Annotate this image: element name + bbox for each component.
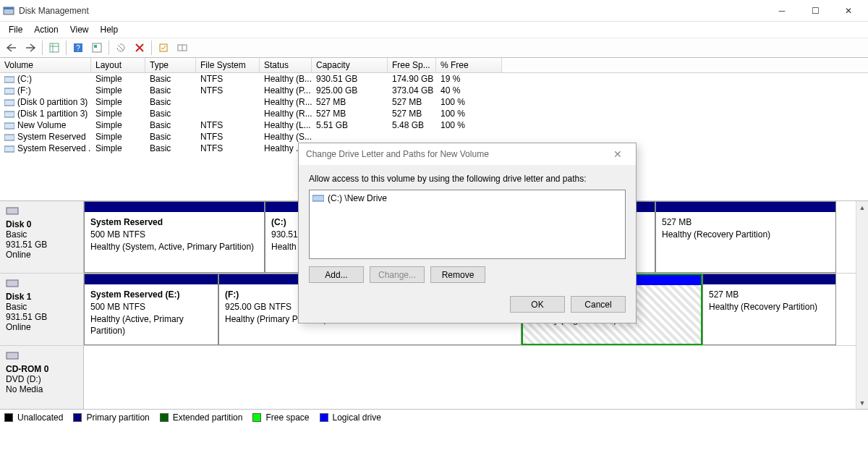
drive-paths-listbox[interactable]: (C:) \New Drive	[309, 190, 626, 259]
column-pctfree[interactable]: % Free	[436, 58, 502, 72]
legend: UnallocatedPrimary partitionExtended par…	[0, 409, 868, 425]
table-row[interactable]: (Disk 1 partition 3) SimpleBasic Healthy…	[0, 108, 868, 119]
svg-rect-8	[94, 45, 97, 48]
svg-rect-21	[7, 352, 18, 359]
delete-button[interactable]	[131, 39, 148, 56]
column-capacity[interactable]: Capacity	[312, 58, 388, 72]
table-row[interactable]: New Volume SimpleBasicNTFS Healthy (L...…	[0, 119, 868, 131]
remove-button[interactable]: Remove	[430, 266, 485, 283]
partition[interactable]: System Reserved (E:)500 MB NTFSHealthy (…	[84, 274, 218, 345]
volume-list: Volume Layout Type File System Status Ca…	[0, 58, 868, 154]
column-status[interactable]: Status	[260, 58, 312, 72]
add-button[interactable]: Add...	[309, 266, 364, 283]
disk-info[interactable]: CD-ROM 0DVD (D:)No Media	[0, 346, 84, 418]
svg-text:?: ?	[76, 44, 80, 52]
properties-button[interactable]	[155, 39, 172, 56]
menu-file[interactable]: File	[3, 23, 28, 36]
svg-rect-20	[7, 280, 18, 287]
app-icon	[3, 5, 14, 17]
column-type[interactable]: Type	[145, 58, 196, 72]
forward-button[interactable]	[22, 39, 39, 56]
disk-row: CD-ROM 0DVD (D:)No Media	[0, 346, 868, 418]
cancel-button[interactable]: Cancel	[571, 296, 626, 313]
rescan-button[interactable]	[112, 39, 129, 56]
table-row[interactable]: (Disk 0 partition 3) SimpleBasic Healthy…	[0, 96, 868, 108]
help-button[interactable]: ?	[69, 39, 87, 56]
change-drive-letter-dialog: Change Drive Letter and Paths for New Vo…	[298, 143, 637, 323]
column-freespace[interactable]: Free Sp...	[388, 58, 436, 72]
legend-label: Free space	[265, 412, 309, 423]
legend-label: Extended partition	[173, 412, 243, 423]
svg-rect-22	[312, 195, 324, 201]
legend-swatch	[252, 413, 261, 422]
legend-label: Primary partition	[86, 412, 149, 423]
svg-rect-13	[4, 88, 14, 94]
legend-swatch	[4, 413, 13, 422]
view-layout-button[interactable]	[174, 39, 191, 56]
back-button[interactable]	[3, 39, 20, 56]
close-button[interactable]: ✕	[832, 0, 865, 22]
dialog-message: Allow access to this volume by using the…	[309, 174, 626, 184]
table-row[interactable]: (C:) SimpleBasicNTFS Healthy (B...930.51…	[0, 73, 868, 85]
legend-swatch	[320, 413, 328, 422]
details-view-button[interactable]	[46, 39, 63, 56]
svg-rect-16	[4, 123, 14, 129]
table-row[interactable]: System Reserved SimpleBasicNTFS Healthy …	[0, 131, 868, 143]
minimize-button[interactable]: ─	[765, 0, 799, 22]
svg-rect-17	[4, 135, 14, 140]
svg-rect-18	[4, 146, 14, 152]
change-button[interactable]: Change...	[370, 266, 425, 283]
scroll-down-icon[interactable]: ▼	[856, 397, 868, 409]
svg-rect-2	[50, 43, 59, 52]
menubar: File Action View Help	[0, 22, 868, 38]
partition[interactable]: System Reserved500 MB NTFSHealthy (Syste…	[84, 201, 265, 273]
dialog-title: Change Drive Letter and Paths for New Vo…	[306, 149, 607, 159]
legend-label: Logical drive	[333, 412, 381, 423]
vertical-scrollbar[interactable]: ▲ ▼	[856, 201, 868, 409]
svg-rect-14	[4, 100, 14, 106]
partition[interactable]: 527 MBHealthy (Recovery Partition)	[655, 201, 836, 273]
drive-icon	[312, 194, 324, 203]
svg-rect-15	[4, 111, 14, 117]
svg-rect-12	[4, 77, 14, 82]
table-row[interactable]: (F:) SimpleBasicNTFS Healthy (P...925.00…	[0, 85, 868, 96]
menu-view[interactable]: View	[64, 23, 95, 36]
legend-swatch	[160, 413, 169, 422]
svg-rect-19	[7, 208, 18, 214]
menu-help[interactable]: Help	[95, 23, 124, 36]
column-volume[interactable]: Volume	[0, 58, 91, 72]
toolbar: ?	[0, 38, 868, 58]
refresh-button[interactable]	[88, 39, 106, 56]
window-title: Disk Management	[19, 6, 765, 16]
legend-label: Unallocated	[17, 412, 63, 423]
volume-header-row: Volume Layout Type File System Status Ca…	[0, 58, 868, 73]
scroll-up-icon[interactable]: ▲	[856, 201, 868, 213]
svg-rect-1	[4, 7, 14, 9]
column-layout[interactable]: Layout	[91, 58, 145, 72]
dialog-close-button[interactable]: ✕	[607, 148, 629, 160]
maximize-button[interactable]: ☐	[799, 0, 832, 22]
column-filesystem[interactable]: File System	[196, 58, 260, 72]
disk-info[interactable]: Disk 0Basic931.51 GBOnline	[0, 201, 84, 273]
disk-info[interactable]: Disk 1Basic931.51 GBOnline	[0, 274, 84, 345]
drive-path-entry: (C:) \New Drive	[328, 193, 387, 203]
list-item[interactable]: (C:) \New Drive	[312, 193, 622, 203]
ok-button[interactable]: OK	[510, 296, 565, 313]
menu-action[interactable]: Action	[28, 23, 64, 36]
titlebar: Disk Management ─ ☐ ✕	[0, 0, 868, 22]
partition[interactable]: 527 MBHealthy (Recovery Partition)	[702, 274, 836, 345]
legend-swatch	[73, 413, 82, 422]
